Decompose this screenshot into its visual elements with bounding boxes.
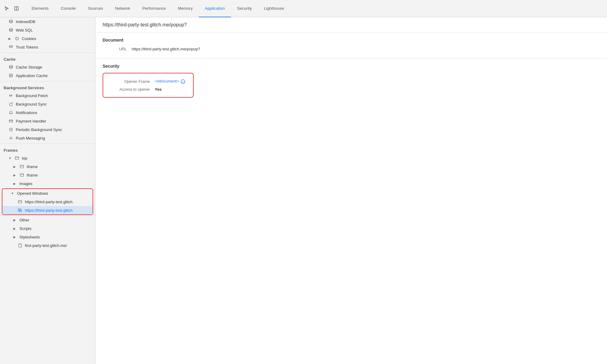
websql-icon xyxy=(8,28,13,32)
tab-sources[interactable]: Sources xyxy=(82,0,109,17)
sidebar-label-push-messaging: Push Messaging xyxy=(16,136,45,140)
dock-icon[interactable] xyxy=(12,4,21,13)
sidebar-section-bg: Background Services xyxy=(0,83,95,91)
sidebar-section-frames: Frames xyxy=(0,145,95,154)
sidebar-item-bg-sync[interactable]: Background Sync xyxy=(0,100,95,108)
sidebar-item-indexeddb[interactable]: IndexedDB xyxy=(0,17,95,26)
document-section: Document URL https://third-party-test.gl… xyxy=(95,33,607,59)
sidebar-section-cache: Cache xyxy=(0,54,95,63)
sidebar-label-periodic-bg-sync: Periodic Background Sync xyxy=(16,127,62,132)
sidebar-label-other: Other xyxy=(19,218,29,222)
sidebar-label-websql: Web SQL xyxy=(16,28,33,32)
iframe2-icon xyxy=(19,173,24,177)
tab-console[interactable]: Console xyxy=(55,0,82,17)
tab-bar: Elements Console Sources Network Perform… xyxy=(0,0,607,17)
sidebar-item-cache-storage[interactable]: Cache Storage xyxy=(0,63,95,71)
stylesheets-expand-arrow: ▶ xyxy=(13,235,17,239)
sidebar-item-opened-windows[interactable]: ▼ Opened Windows xyxy=(2,189,93,197)
svg-point-6 xyxy=(17,39,18,39)
cursor-icon[interactable] xyxy=(2,4,11,13)
sidebar-label-indexeddb: IndexedDB xyxy=(16,19,35,24)
notifications-icon xyxy=(8,110,13,115)
tab-lighthouse[interactable]: Lighthouse xyxy=(258,0,290,17)
svg-rect-14 xyxy=(9,120,13,122)
cookies-icon xyxy=(15,36,19,41)
sidebar-label-first-party: first-party-test.glitch.me/ xyxy=(25,243,67,248)
sidebar-item-trust-tokens[interactable]: Trust Tokens xyxy=(0,43,95,51)
sidebar-label-images: Images xyxy=(19,181,32,186)
file-icon xyxy=(18,243,22,248)
svg-point-17 xyxy=(11,136,11,137)
bg-sync-icon xyxy=(8,102,13,106)
sidebar-item-images[interactable]: ▶ Images xyxy=(0,179,95,188)
sidebar-label-trust-tokens: Trust Tokens xyxy=(16,45,38,49)
sidebar-item-iframe1[interactable]: ▶ iframe xyxy=(0,162,95,171)
opened-windows-arrow: ▼ xyxy=(11,192,15,195)
svg-rect-24 xyxy=(19,201,22,203)
sidebar-label-app-cache: Application Cache xyxy=(16,73,48,78)
devtools-body: IndexedDB Web SQL ▶ xyxy=(0,17,607,364)
sidebar-item-top[interactable]: ▼ top xyxy=(0,154,95,162)
push-icon xyxy=(8,136,13,140)
sidebar-item-iframe2[interactable]: ▶ iframe xyxy=(0,171,95,179)
sidebar: IndexedDB Web SQL ▶ xyxy=(0,17,95,364)
opener-frame-value[interactable]: <#document> </> xyxy=(155,79,185,84)
sidebar-label-notifications: Notifications xyxy=(16,110,37,115)
opener-frame-label: Opener Frame xyxy=(110,79,150,84)
opener-frame-row: Opener Frame <#document> </> xyxy=(110,79,186,84)
scripts-expand-arrow: ▶ xyxy=(13,227,17,230)
page-url-header: https://third-party-test.glitch.me/popup… xyxy=(103,22,187,27)
tab-security[interactable]: Security xyxy=(231,0,258,17)
main-header: https://third-party-test.glitch.me/popup… xyxy=(95,17,607,33)
other-expand-arrow: ▶ xyxy=(13,218,17,222)
svg-rect-22 xyxy=(20,174,24,177)
divider-1 xyxy=(0,52,95,53)
sidebar-item-opened-url2[interactable]: https://third-party-test.glitch. xyxy=(2,206,93,214)
sidebar-item-cookies[interactable]: ▶ Cookies xyxy=(0,34,95,43)
sidebar-label-stylesheets: Stylesheets xyxy=(19,235,40,239)
sidebar-item-periodic-bg-sync[interactable]: Periodic Background Sync xyxy=(0,125,95,134)
sidebar-label-bg-sync: Background Sync xyxy=(16,102,47,106)
sidebar-item-notifications[interactable]: Notifications xyxy=(0,108,95,117)
sidebar-item-scripts[interactable]: ▶ Scripts xyxy=(0,224,95,233)
sidebar-item-first-party[interactable]: first-party-test.glitch.me/ xyxy=(0,241,95,250)
cookies-expand-arrow: ▶ xyxy=(8,37,12,40)
tab-memory[interactable]: Memory xyxy=(172,0,199,17)
security-section-title: Security xyxy=(103,64,600,69)
access-opener-value: Yes xyxy=(155,87,161,92)
sidebar-label-url2: https://third-party-test.glitch. xyxy=(25,208,73,213)
sidebar-item-bg-fetch[interactable]: Background Fetch xyxy=(0,91,95,100)
iframe1-icon xyxy=(19,164,24,169)
svg-text:</>: </> xyxy=(181,81,185,83)
sidebar-item-stylesheets[interactable]: ▶ Stylesheets xyxy=(0,233,95,241)
tab-application[interactable]: Application xyxy=(199,0,231,17)
cache-storage-icon xyxy=(8,65,13,69)
svg-rect-18 xyxy=(15,157,19,160)
top-expand-arrow: ▼ xyxy=(8,157,12,160)
url-value: https://third-party-test.glitch.me/popup… xyxy=(132,47,200,51)
db-icon xyxy=(8,19,13,24)
sidebar-item-websql[interactable]: Web SQL xyxy=(0,26,95,34)
sidebar-item-payment-handler[interactable]: Payment Handler xyxy=(0,117,95,125)
svg-point-2 xyxy=(9,20,12,21)
svg-point-9 xyxy=(9,66,12,67)
top-frame-icon xyxy=(15,156,19,160)
tab-performance[interactable]: Performance xyxy=(136,0,172,17)
sidebar-label-iframe2: iframe xyxy=(27,173,38,177)
periodic-sync-icon xyxy=(8,127,13,132)
tab-network[interactable]: Network xyxy=(109,0,136,17)
svg-point-8 xyxy=(9,46,12,47)
sidebar-item-other[interactable]: ▶ Other xyxy=(0,216,95,224)
sidebar-item-push-messaging[interactable]: Push Messaging xyxy=(0,134,95,142)
trust-tokens-icon xyxy=(8,45,13,49)
sidebar-item-opened-url1[interactable]: https://third-party-test.glitch. xyxy=(2,197,93,206)
sidebar-label-cookies: Cookies xyxy=(22,36,36,41)
sidebar-label-bg-fetch: Background Fetch xyxy=(16,93,48,98)
url-field-row: URL https://third-party-test.glitch.me/p… xyxy=(103,47,600,51)
window-icon-2 xyxy=(18,208,22,212)
sidebar-item-app-cache[interactable]: Application Cache xyxy=(0,71,95,80)
sidebar-label-scripts: Scripts xyxy=(19,226,32,231)
tab-elements[interactable]: Elements xyxy=(25,0,55,17)
sidebar-label-url1: https://third-party-test.glitch. xyxy=(25,200,73,204)
svg-point-3 xyxy=(9,29,12,30)
